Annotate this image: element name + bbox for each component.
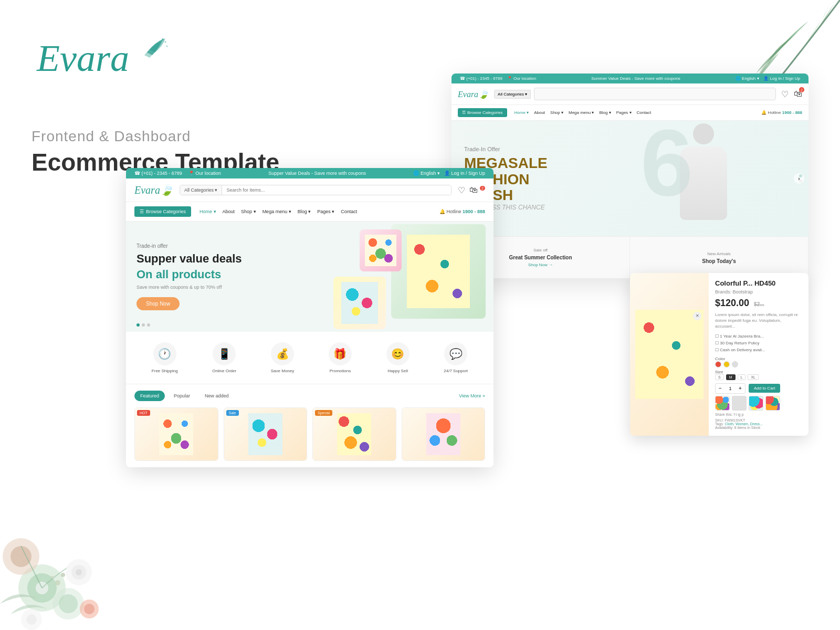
back-location: 📍 Our location	[507, 76, 536, 81]
tab-new-added[interactable]: New added	[199, 391, 235, 401]
back-phone: ☎ (+01) - 2345 - 6789	[460, 76, 502, 81]
product-detail-info: Colorful P... HD450 Brands: Bootstrap $1…	[709, 273, 808, 436]
feature-label-2: Online Order	[212, 369, 236, 373]
product-img-2: Sale	[224, 408, 307, 460]
svg-point-4	[10, 546, 32, 567]
size-m[interactable]: M	[726, 374, 736, 380]
product-img-3: Special	[313, 408, 396, 460]
topbar-language[interactable]: 🌐 English ▾	[413, 171, 440, 176]
product-price: $120.00 $2...	[715, 298, 802, 309]
feature-label-5: Happy Sell	[387, 369, 408, 373]
size-s[interactable]: S	[715, 374, 724, 380]
tab-popular[interactable]: Popular	[168, 391, 196, 401]
hero-title: Supper value deals	[136, 252, 483, 266]
svg-text:Evara: Evara	[36, 37, 129, 79]
product-img-1: HOT	[135, 408, 218, 460]
back-logo: Evara🍃	[458, 89, 489, 99]
svg-point-9	[76, 569, 82, 575]
nav-home[interactable]: Home ▾	[200, 209, 216, 214]
share-tw[interactable]: t	[736, 413, 737, 416]
product-card-3: Special	[312, 407, 396, 461]
back-section-2: New Arrivals Shop Today's	[630, 237, 808, 278]
nav-links: Home ▾ About Shop ▾ Mega menu ▾ Blog ▾ P…	[200, 209, 431, 214]
svg-point-8	[71, 565, 86, 580]
hero-content: Trade-in offer Supper value deals On all…	[136, 243, 483, 310]
svg-point-13	[84, 604, 94, 614]
back-categories-btn[interactable]: All Categories ▾	[494, 90, 531, 99]
feature-label-4: Promotions	[330, 369, 351, 373]
option-1: ☐ 1 Year Al Jazeera Bra...	[715, 334, 802, 339]
share-fb[interactable]: f	[733, 413, 734, 416]
nav-contact[interactable]: Contact	[341, 209, 357, 214]
subtitle-top: Frontend & Dashboard	[32, 128, 279, 145]
svg-point-2	[36, 582, 48, 594]
qty-add-row: − 1 + Add to Cart	[715, 383, 802, 394]
header-icons: ♡ 🛍 2	[458, 185, 485, 195]
cart-icon[interactable]: 🛍 2	[469, 185, 485, 195]
tab-featured[interactable]: Featured	[134, 391, 165, 401]
color-swatches	[715, 361, 802, 368]
back-browse-btn[interactable]: ☰ Browse Categories	[458, 108, 507, 117]
thumb-2[interactable]	[732, 396, 747, 411]
product-shirt-1	[159, 413, 193, 455]
option-2: ☐ 30 Day Return Policy	[715, 341, 802, 345]
close-detail-btn[interactable]: ✕	[693, 312, 701, 320]
thumb-1[interactable]	[715, 396, 730, 411]
back-sec2-title: Shop Today's	[702, 258, 736, 264]
nav-mega[interactable]: Mega menu ▾	[262, 209, 291, 214]
size-l[interactable]: L	[738, 374, 746, 380]
color-yellow[interactable]	[723, 361, 730, 368]
svg-point-7	[66, 559, 92, 585]
back-hero-next-btn[interactable]: ›	[794, 173, 804, 184]
color-red[interactable]	[715, 361, 721, 368]
nav-about[interactable]: About	[223, 209, 235, 214]
search-input[interactable]	[222, 185, 450, 195]
product-img-4	[402, 408, 485, 460]
nav-blog[interactable]: Blog ▾	[298, 209, 311, 214]
back-nav-blog[interactable]: Blog ▾	[599, 110, 611, 115]
browse-categories-btn[interactable]: ☰ Browse Categories	[134, 206, 191, 217]
back-nav-home[interactable]: Home ▾	[514, 110, 529, 115]
feature-save-money: 💰 Save Money	[271, 342, 294, 373]
back-hero: Trade-In Offer MEGASALE FASHION FLASH DO…	[452, 121, 808, 236]
add-to-cart-btn[interactable]: Add to Cart	[749, 384, 780, 393]
product-desc: Lorem ipsum dolor, sit rem officia, corr…	[715, 312, 802, 330]
thumb-4[interactable]	[765, 396, 780, 411]
svg-point-18	[162, 38, 164, 40]
hero-dot-2	[142, 323, 145, 327]
svg-point-20	[166, 46, 168, 47]
logo-area: Evara	[32, 32, 279, 86]
feature-online-order: 📱 Online Order	[212, 342, 236, 373]
thumb-3[interactable]	[749, 396, 763, 411]
back-cart-icon[interactable]: 🛍 2	[794, 89, 802, 99]
topbar-promo: Supper Value Deals - Save more with coup…	[268, 171, 366, 176]
back-sec1-link[interactable]: Shop Now →	[528, 262, 553, 267]
back-sec2-tag: New Arrivals	[707, 251, 730, 256]
share-pt[interactable]: p	[742, 413, 744, 416]
back-nav-pages[interactable]: Pages ▾	[616, 110, 632, 115]
feature-label-1: Free Shipping	[152, 369, 178, 373]
view-more-link[interactable]: View More »	[459, 393, 485, 398]
qty-decrease-btn[interactable]: −	[716, 384, 725, 393]
nav-pages[interactable]: Pages ▾	[317, 209, 334, 214]
back-wishlist-icon[interactable]: ♡	[781, 89, 789, 99]
shop-now-btn[interactable]: Shop Now	[136, 297, 180, 310]
nav-shop[interactable]: Shop ▾	[241, 209, 256, 214]
header-logo: Evara🍃	[134, 184, 173, 196]
back-nav-about[interactable]: About	[534, 110, 545, 115]
back-nav-mega[interactable]: Mega menu ▾	[569, 110, 594, 115]
back-nav-shop[interactable]: Shop ▾	[550, 110, 563, 115]
feature-promotions: 🎁 Promotions	[329, 342, 352, 373]
header-search[interactable]: All Categories ▾	[180, 185, 452, 195]
header: Evara🍃 All Categories ▾ ♡ 🛍 2	[126, 178, 494, 202]
color-other[interactable]	[732, 361, 738, 368]
search-category-dropdown[interactable]: All Categories ▾	[180, 185, 223, 195]
topbar-login[interactable]: 👤 Log In / Sign Up	[444, 171, 485, 176]
product-sku: SKU: FWM1SVKT	[715, 418, 802, 422]
share-ig[interactable]: ig	[738, 413, 740, 416]
size-xl[interactable]: XL	[748, 374, 759, 380]
svg-point-1	[27, 573, 57, 603]
qty-increase-btn[interactable]: +	[736, 384, 745, 393]
back-search-box[interactable]	[534, 88, 776, 100]
wishlist-icon[interactable]: ♡	[458, 185, 465, 195]
